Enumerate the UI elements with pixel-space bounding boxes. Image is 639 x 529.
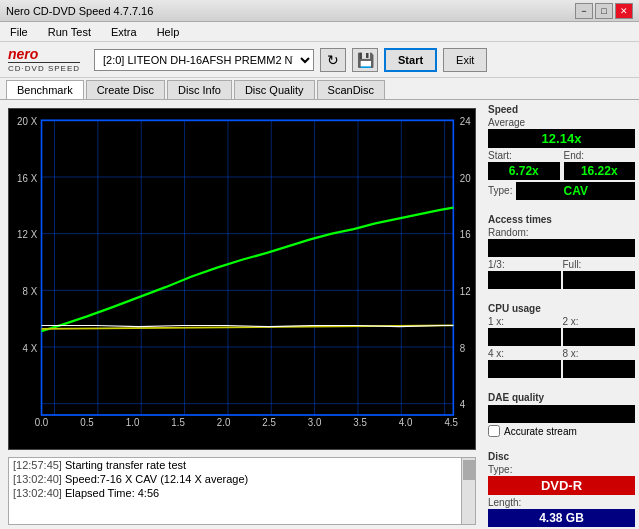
random-value bbox=[488, 239, 635, 257]
svg-text:4: 4 bbox=[460, 399, 466, 410]
accurate-stream-checkbox[interactable] bbox=[488, 425, 500, 437]
chart-svg: 20 X 16 X 12 X 8 X 4 X 24 20 16 12 8 4 0… bbox=[9, 109, 475, 449]
full-label: Full: bbox=[563, 259, 636, 270]
disc-type-label: Type: bbox=[488, 464, 635, 475]
svg-text:2.0: 2.0 bbox=[217, 417, 231, 428]
svg-text:0.5: 0.5 bbox=[80, 417, 94, 428]
four-x-value bbox=[488, 360, 561, 378]
logo-cdspeed: CD·DVD SPEED bbox=[8, 62, 80, 73]
drive-selector[interactable]: [2:0] LITEON DH-16AFSH PREMM2 NV9T bbox=[94, 49, 314, 71]
accurate-stream-label: Accurate stream bbox=[504, 426, 577, 437]
svg-rect-0 bbox=[9, 109, 475, 449]
minimize-button[interactable]: − bbox=[575, 3, 593, 19]
svg-text:12 X: 12 X bbox=[17, 229, 37, 240]
svg-text:2.5: 2.5 bbox=[262, 417, 276, 428]
four-x-label: 4 x: bbox=[488, 348, 561, 359]
status-line-1: [12:57:45] Starting transfer rate test bbox=[9, 458, 475, 472]
svg-text:8 X: 8 X bbox=[23, 286, 38, 297]
svg-text:8: 8 bbox=[460, 342, 466, 353]
menubar: File Run Test Extra Help bbox=[0, 22, 639, 42]
accurate-stream-row: Accurate stream bbox=[488, 425, 635, 437]
eight-x-label: 8 x: bbox=[563, 348, 636, 359]
app-title: Nero CD-DVD Speed 4.7.7.16 bbox=[6, 5, 153, 17]
right-panel: Speed Average 12.14x Start: 6.72x End: 1… bbox=[484, 100, 639, 529]
close-button[interactable]: ✕ bbox=[615, 3, 633, 19]
menu-extra[interactable]: Extra bbox=[105, 24, 143, 40]
exit-button[interactable]: Exit bbox=[443, 48, 487, 72]
type-label: Type: bbox=[488, 185, 512, 196]
start-value: 6.72x bbox=[488, 162, 560, 180]
logo-nero: nero bbox=[8, 46, 38, 62]
average-label: Average bbox=[488, 117, 635, 128]
svg-text:16 X: 16 X bbox=[17, 172, 37, 183]
two-x-label: 2 x: bbox=[563, 316, 636, 327]
one-x-value bbox=[488, 328, 561, 346]
scrollbar-thumb bbox=[463, 460, 475, 480]
type-value: CAV bbox=[516, 182, 635, 200]
tab-disc-quality[interactable]: Disc Quality bbox=[234, 80, 315, 99]
tab-scandisc[interactable]: ScanDisc bbox=[317, 80, 385, 99]
svg-text:1.5: 1.5 bbox=[171, 417, 185, 428]
svg-text:3.0: 3.0 bbox=[308, 417, 322, 428]
access-times-section: Access times Random: 1/3: Full: bbox=[488, 214, 635, 289]
save-button[interactable]: 💾 bbox=[352, 48, 378, 72]
svg-text:12: 12 bbox=[460, 286, 471, 297]
svg-text:1.0: 1.0 bbox=[126, 417, 140, 428]
menu-file[interactable]: File bbox=[4, 24, 34, 40]
tab-bar: Benchmark Create Disc Disc Info Disc Qua… bbox=[0, 78, 639, 100]
svg-text:4 X: 4 X bbox=[23, 342, 38, 353]
end-value: 16.22x bbox=[564, 162, 636, 180]
cpu-section: CPU usage 1 x: 2 x: 4 x: 8 x: bbox=[488, 303, 635, 378]
speed-title: Speed bbox=[488, 104, 635, 115]
main-content: 20 X 16 X 12 X 8 X 4 X 24 20 16 12 8 4 0… bbox=[0, 100, 639, 529]
speed-section: Speed Average 12.14x Start: 6.72x End: 1… bbox=[488, 104, 635, 200]
statusbar: [12:57:45] Starting transfer rate test [… bbox=[8, 457, 476, 525]
svg-text:20: 20 bbox=[460, 172, 471, 183]
menu-run-test[interactable]: Run Test bbox=[42, 24, 97, 40]
window-controls: − □ ✕ bbox=[575, 3, 633, 19]
status-line-2: [13:02:40] Speed:7-16 X CAV (12.14 X ave… bbox=[9, 472, 475, 486]
dae-section: DAE quality Accurate stream bbox=[488, 392, 635, 437]
tab-benchmark[interactable]: Benchmark bbox=[6, 80, 84, 99]
start-label: Start: bbox=[488, 150, 560, 161]
titlebar: Nero CD-DVD Speed 4.7.7.16 − □ ✕ bbox=[0, 0, 639, 22]
tab-create-disc[interactable]: Create Disc bbox=[86, 80, 165, 99]
toolbar: nero CD·DVD SPEED [2:0] LITEON DH-16AFSH… bbox=[0, 42, 639, 78]
access-times-title: Access times bbox=[488, 214, 635, 225]
status-line-3: [13:02:40] Elapsed Time: 4:56 bbox=[9, 486, 475, 500]
end-label: End: bbox=[564, 150, 636, 161]
one-third-label: 1/3: bbox=[488, 259, 561, 270]
one-third-value bbox=[488, 271, 561, 289]
one-x-label: 1 x: bbox=[488, 316, 561, 327]
random-label: Random: bbox=[488, 227, 635, 238]
dae-title: DAE quality bbox=[488, 392, 635, 403]
disc-length-label: Length: bbox=[488, 497, 635, 508]
maximize-button[interactable]: □ bbox=[595, 3, 613, 19]
disc-length-value: 4.38 GB bbox=[488, 509, 635, 527]
logo: nero CD·DVD SPEED bbox=[8, 46, 80, 73]
cpu-title: CPU usage bbox=[488, 303, 635, 314]
eight-x-value bbox=[563, 360, 636, 378]
tab-disc-info[interactable]: Disc Info bbox=[167, 80, 232, 99]
disc-title: Disc bbox=[488, 451, 635, 462]
disc-type-value: DVD-R bbox=[488, 476, 635, 495]
status-scrollbar[interactable] bbox=[461, 458, 475, 524]
average-value: 12.14x bbox=[488, 129, 635, 148]
svg-text:0.0: 0.0 bbox=[35, 417, 49, 428]
svg-text:4.5: 4.5 bbox=[444, 417, 458, 428]
dae-value bbox=[488, 405, 635, 423]
full-value bbox=[563, 271, 636, 289]
disc-section: Disc Type: DVD-R Length: 4.38 GB bbox=[488, 451, 635, 527]
two-x-value bbox=[563, 328, 636, 346]
menu-help[interactable]: Help bbox=[151, 24, 186, 40]
svg-text:20 X: 20 X bbox=[17, 116, 37, 127]
svg-text:16: 16 bbox=[460, 229, 471, 240]
refresh-button[interactable]: ↻ bbox=[320, 48, 346, 72]
chart-area: 20 X 16 X 12 X 8 X 4 X 24 20 16 12 8 4 0… bbox=[8, 108, 476, 450]
start-button[interactable]: Start bbox=[384, 48, 437, 72]
svg-text:3.5: 3.5 bbox=[353, 417, 367, 428]
svg-text:24: 24 bbox=[460, 116, 471, 127]
svg-text:4.0: 4.0 bbox=[399, 417, 413, 428]
